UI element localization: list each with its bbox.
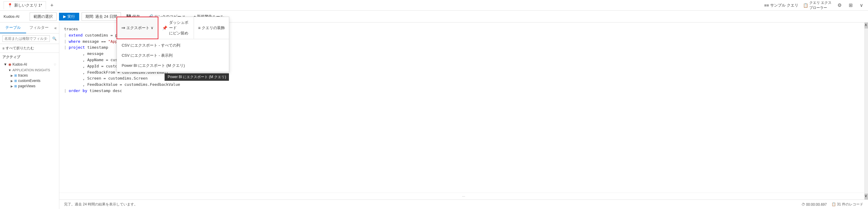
expand-icon: ▼	[4, 62, 7, 66]
tab-table[interactable]: テーブル	[0, 23, 26, 33]
duration-display: ⏱ 00:00:00.697	[802, 203, 827, 207]
kw-project: project	[69, 44, 85, 51]
scrollbar-up-btn[interactable]: ∧	[864, 23, 868, 29]
title-bar-right: ≡≡ サンプル クエリ 📋 クエリ エクス プローラー ⚙ ⊞ ∨	[764, 0, 864, 10]
sidebar: テーブル フィルター « 🔍 ≡ すべて折りたたむ アクティブ ▼ ◉ Kudo…	[0, 23, 59, 209]
sidebar-search-area: 🔍	[0, 34, 59, 44]
sidebar-collapse-button[interactable]: «	[52, 23, 59, 33]
records-icon: 📋	[832, 202, 836, 206]
title-bar: 📍 新しいクエリ 1* + ≡≡ サンプル クエリ 📋 クエリ エクス プローラ…	[0, 0, 868, 11]
code-indent-5: , message	[64, 51, 103, 57]
export-csv-all-button[interactable]: CSV にエクスポート - すべての列	[117, 40, 229, 51]
page-views-label: pageViews	[18, 84, 36, 88]
dashboard-pin-label: ダッシュボード にピン留め	[169, 20, 189, 36]
decor-icon: ≡	[198, 26, 200, 30]
code-line-10: , FeedbackValue = customdims.FeedbackVal…	[64, 82, 863, 88]
app-insights-label: APPLICATION INSIGHTS	[12, 68, 50, 72]
query-decoration-button[interactable]: ≡ クエリの装飾	[194, 17, 229, 39]
collapse-all-label: すべて折りたたむ	[6, 46, 34, 51]
pipe-2: |	[64, 32, 69, 38]
pin-icon: 📍	[7, 3, 12, 8]
app-name: Kudos-AI	[4, 14, 27, 19]
custom-events-label: customEvents	[18, 79, 40, 83]
search-icon: 🔍	[52, 36, 57, 41]
scope-button[interactable]: 範囲の選択	[30, 12, 57, 21]
expand-icon-pv: ▶	[11, 85, 13, 88]
status-text: 完了。過去 24 時間の結果を表示しています。	[64, 202, 137, 207]
run-label: 実行	[67, 14, 75, 19]
sidebar-app-insights-label: ▼ APPLICATION INSIGHTS	[5, 67, 59, 73]
traces-label: traces	[18, 73, 28, 78]
collapse-all-button[interactable]: ≡ すべて折りたたむ	[0, 44, 59, 53]
editor-footer: 完了。過去 24 時間の結果を表示しています。 ⏱ 00:00:00.697 📋…	[59, 200, 868, 209]
tab-label: 新しいクエリ 1*	[14, 3, 42, 8]
export-powerbi-tooltip: Power BI にエクスポート (M クエリ)	[164, 73, 229, 81]
kw-extend: extend	[69, 32, 83, 38]
code-indent-10: , FeedbackValue = customdims.FeedbackVal…	[64, 82, 180, 88]
pipe-3: |	[64, 38, 69, 45]
export-csv-visible-button[interactable]: CSV にエクスポート - 表示列	[117, 51, 229, 61]
active-tab[interactable]: 📍 新しいクエリ 1*	[4, 1, 46, 9]
export-arrow-icon: ⇒	[121, 25, 125, 31]
export-powerbi-button[interactable]: Power BI にエクスポート (M クエリ)	[117, 61, 229, 71]
kudos-label: Kudos-AI	[12, 62, 27, 66]
dashboard-pin-button[interactable]: 📌 ダッシュボード にピン留め	[158, 17, 194, 39]
sidebar-item-traces[interactable]: ▶ ⊞ traces	[9, 73, 59, 78]
sidebar-tabs: テーブル フィルター «	[0, 23, 59, 34]
code-line-11: | order by timestamp desc	[64, 88, 863, 94]
pipe-11: |	[64, 88, 69, 94]
export-chevron-icon: ∨	[151, 26, 154, 30]
export-dropdown-menu: ⇒ エクスポート ∨ 📌 ダッシュボード にピン留め ≡ クエリの装飾 CSV …	[117, 17, 229, 72]
location-icon: ◉	[8, 62, 11, 66]
pin-icon-2: 📌	[162, 26, 167, 30]
query-explorer-icon: 📋	[803, 3, 808, 8]
sidebar-search-input[interactable]	[2, 35, 50, 42]
query-explorer-btn[interactable]: 📋 クエリ エクス プローラー	[803, 0, 832, 10]
sidebar-item-kudos[interactable]: ▼ ◉ Kudos-AI ☆	[0, 61, 59, 67]
code-rest-4: timestamp	[85, 44, 108, 51]
kw-order: order by	[69, 88, 88, 94]
star-icon[interactable]: ☆	[53, 62, 57, 66]
toolbar: Kudos-AI 範囲の選択 ▶ 実行 期間: 過去 24 日間 💾 保存 🔗 …	[0, 11, 868, 23]
table-icon-traces: ⊞	[14, 73, 17, 78]
vertical-scrollbar[interactable]: ∧ ∨	[864, 23, 868, 200]
table-icon-pv: ⊞	[14, 84, 17, 88]
dropdown-chevron-button[interactable]: ∨	[859, 2, 864, 9]
dropdown-items: CSV にエクスポート - すべての列 CSV にエクスポート - 表示列 Po…	[117, 39, 229, 72]
gear-button[interactable]: ⚙	[836, 2, 843, 9]
expand-icon-2: ▼	[8, 68, 11, 72]
dropdown-header: ⇒ エクスポート ∨ 📌 ダッシュボード にピン留め ≡ クエリの装飾	[117, 17, 229, 39]
dropdown-export-button[interactable]: ⇒ エクスポート ∨	[117, 17, 158, 39]
export-label: エクスポート	[126, 25, 150, 31]
footer-right: ⏱ 00:00:00.697 📋 31 件のレコード	[802, 202, 863, 207]
tab-filter[interactable]: フィルター	[26, 23, 52, 33]
pipe-4: |	[64, 44, 69, 51]
sample-query-btn[interactable]: ≡≡ サンプル クエリ	[764, 3, 798, 8]
sidebar-app-section: ▼ APPLICATION INSIGHTS ▶ ⊞ traces ▶ ⊞ cu…	[0, 67, 59, 89]
run-icon: ▶	[63, 14, 66, 19]
time-range-button[interactable]: 期間: 過去 24 日間	[82, 12, 121, 21]
collapse-all-icon: ≡	[2, 46, 4, 51]
code-rest-11: timestamp desc	[87, 88, 122, 94]
sample-query-label: サンプル クエリ	[770, 3, 798, 8]
expand-icon-traces: ▶	[11, 74, 13, 77]
duration-value: 00:00:00.697	[806, 203, 827, 207]
sidebar-item-page-views[interactable]: ▶ ⊞ pageViews	[9, 83, 59, 89]
query-decor-label: クエリの装飾	[202, 25, 225, 31]
separator-dots: ···	[59, 193, 868, 200]
query-explorer-label: クエリ エクス プローラー	[809, 0, 832, 10]
add-tab-button[interactable]: +	[48, 2, 56, 9]
code-text-1: traces	[64, 26, 78, 32]
table-icon-custom: ⊞	[14, 79, 17, 83]
run-button[interactable]: ▶ 実行	[59, 13, 79, 21]
code-rest-3: message ==	[81, 38, 108, 45]
records-value: 31 件のレコード	[837, 202, 863, 206]
scrollbar-down-btn[interactable]: ∨	[864, 193, 868, 200]
sidebar-item-custom-events[interactable]: ▶ ⊞ customEvents	[9, 78, 59, 83]
kw-where: where	[69, 38, 81, 45]
sample-query-icon: ≡≡	[764, 3, 769, 8]
records-display: 📋 31 件のレコード	[832, 202, 863, 207]
code-indent-9: , Screen = customdims.Screen	[64, 76, 148, 82]
clock-icon: ⏱	[802, 203, 805, 207]
layout-button[interactable]: ⊞	[847, 2, 854, 9]
